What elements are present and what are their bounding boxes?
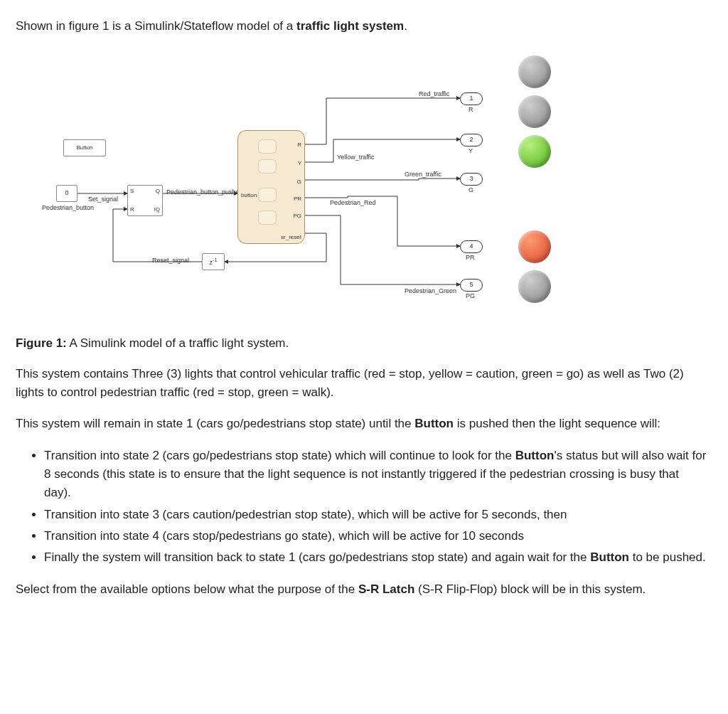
p2-a: This system will remain in state 1 (cars…: [16, 417, 414, 430]
li1-bold: Button: [515, 449, 555, 462]
simulink-diagram: Button 0 Pedestrian_button Set_signal S …: [21, 48, 703, 319]
list-item: Transition into state 4 (cars stop/pedes…: [44, 527, 708, 545]
outport-1: 1: [460, 92, 483, 105]
reset-signal-label: Reset_signal: [152, 256, 189, 266]
chart-r-label: R: [297, 141, 301, 149]
set-signal-label: Set_signal: [88, 195, 118, 205]
question-text: Select from the available options below …: [16, 580, 708, 599]
list-item: Transition into state 3 (cars caution/pe…: [44, 506, 708, 524]
state-bubble-2: [258, 159, 277, 174]
sr-port-s: S: [130, 187, 134, 196]
sr-port-nq: !Q: [154, 206, 160, 214]
sr-latch-block: S R Q !Q: [127, 185, 163, 216]
state-bubble-3: [258, 188, 277, 202]
chart-pr-label: PR: [294, 195, 301, 203]
ped-pushed-label: Pedestrian_button_pushed: [166, 188, 243, 198]
chart-pg-label: PG: [293, 212, 301, 220]
outport-5-label: PG: [466, 292, 475, 302]
outport-5: 5: [460, 279, 483, 292]
state-bubble-4: [258, 211, 277, 225]
outport-1-label: R: [469, 105, 473, 115]
intro-prefix: Shown in figure 1 is a Simulink/Stateflo…: [16, 19, 296, 33]
delay-label: z-1: [209, 256, 217, 268]
sr-port-r: R: [130, 206, 134, 214]
intro-suffix: .: [404, 19, 407, 33]
sig-red-label: Red_traffic: [419, 90, 449, 100]
figure-caption-rest: A Simulink model of a traffic light syst…: [67, 336, 289, 350]
q-bold: S-R Latch: [358, 582, 414, 596]
figure-caption-bold: Figure 1:: [16, 336, 67, 350]
sig-pr-label: Pedestrian_Red: [330, 198, 376, 208]
paragraph-2: This system will remain in state 1 (cars…: [16, 415, 708, 433]
constant-block: 0: [56, 185, 77, 202]
figure-caption: Figure 1: A Simulink model of a traffic …: [16, 334, 708, 353]
sig-pg-label: Pedestrian_Green: [405, 287, 456, 297]
li4-bold: Button: [590, 550, 629, 564]
li4-b: to be pushed.: [629, 550, 706, 564]
button-block-label: Button: [76, 144, 92, 152]
outport-2-label: Y: [469, 146, 473, 156]
delay-block: z-1: [202, 253, 225, 270]
list-item: Finally the system will transition back …: [44, 548, 708, 567]
outport-3: 3: [460, 173, 483, 186]
outport-3-label: G: [469, 186, 473, 196]
chart-in-label: button: [241, 191, 257, 200]
chart-sr-label: sr_reset: [281, 233, 301, 242]
bullet-list: Transition into state 2 (cars go/pedestr…: [16, 447, 708, 568]
sig-green-label: Green_traffic: [405, 170, 441, 180]
sig-yellow-label: Yellow_traffic: [337, 153, 375, 163]
p2-bold: Button: [414, 417, 454, 430]
list-item: Transition into state 2 (cars go/pedestr…: [44, 447, 708, 503]
ped-button-label: Pedestrian_button: [42, 203, 94, 213]
paragraph-1: This system contains Three (3) lights th…: [16, 365, 708, 403]
constant-value: 0: [65, 188, 68, 198]
sr-port-q: Q: [156, 187, 160, 196]
outport-4-label: PR: [466, 253, 475, 263]
intro-bold: traffic light system: [296, 19, 404, 33]
stateflow-chart: button R Y G PR PG sr_reset: [237, 130, 305, 244]
q-b: (S-R Flip-Flop) block will be in this sy…: [414, 582, 646, 596]
chart-g-label: G: [297, 178, 301, 186]
q-a: Select from the available options below …: [16, 582, 358, 596]
intro-text: Shown in figure 1 is a Simulink/Stateflo…: [16, 17, 708, 36]
outport-4: 4: [460, 240, 483, 253]
p2-b: is pushed then the light sequence will:: [454, 417, 660, 430]
chart-y-label: Y: [298, 159, 301, 168]
outport-2: 2: [460, 134, 483, 146]
button-block: Button: [63, 139, 106, 156]
li1-a: Transition into state 2 (cars go/pedestr…: [44, 449, 515, 462]
state-bubble-1: [258, 139, 277, 154]
diagram-wires: [21, 48, 703, 319]
li4-a: Finally the system will transition back …: [44, 550, 590, 564]
